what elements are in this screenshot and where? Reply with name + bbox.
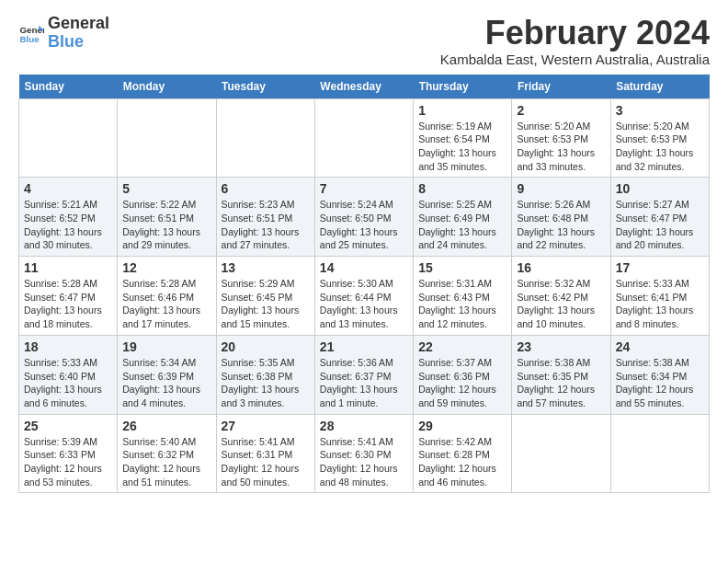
day-number: 17	[616, 260, 704, 275]
day-info: Sunrise: 5:29 AM Sunset: 6:45 PM Dayligh…	[222, 277, 310, 331]
calendar-cell: 22Sunrise: 5:37 AM Sunset: 6:36 PM Dayli…	[414, 335, 512, 414]
calendar-cell: 17Sunrise: 5:33 AM Sunset: 6:41 PM Dayli…	[610, 257, 709, 336]
header-area: General Blue General Blue February 2024 …	[18, 15, 710, 67]
calendar-cell: 9Sunrise: 5:26 AM Sunset: 6:48 PM Daylig…	[512, 178, 610, 257]
calendar-week-row: 25Sunrise: 5:39 AM Sunset: 6:33 PM Dayli…	[19, 414, 710, 493]
day-info: Sunrise: 5:26 AM Sunset: 6:48 PM Dayligh…	[517, 198, 605, 252]
calendar-cell	[314, 98, 413, 178]
logo-icon: General Blue	[18, 20, 44, 46]
subtitle: Kambalda East, Western Australia, Austra…	[440, 52, 710, 67]
weekday-header-wednesday: Wednesday	[314, 75, 413, 99]
day-number: 11	[24, 260, 112, 275]
day-number: 12	[122, 260, 210, 275]
day-number: 7	[320, 181, 408, 196]
day-number: 26	[122, 419, 210, 433]
calendar-week-row: 1Sunrise: 5:19 AM Sunset: 6:54 PM Daylig…	[19, 98, 710, 178]
calendar-cell: 23Sunrise: 5:38 AM Sunset: 6:35 PM Dayli…	[512, 335, 610, 414]
day-number: 1	[418, 103, 506, 118]
day-number: 29	[418, 419, 506, 433]
logo: General Blue General Blue	[18, 15, 109, 52]
day-number: 20	[222, 339, 310, 354]
day-info: Sunrise: 5:21 AM Sunset: 6:52 PM Dayligh…	[24, 198, 112, 252]
day-number: 23	[517, 339, 605, 354]
calendar-cell: 20Sunrise: 5:35 AM Sunset: 6:38 PM Dayli…	[216, 335, 314, 414]
day-info: Sunrise: 5:35 AM Sunset: 6:38 PM Dayligh…	[222, 356, 310, 410]
title-area: February 2024 Kambalda East, Western Aus…	[440, 15, 710, 67]
day-info: Sunrise: 5:37 AM Sunset: 6:36 PM Dayligh…	[418, 356, 506, 410]
calendar-cell: 16Sunrise: 5:32 AM Sunset: 6:42 PM Dayli…	[512, 257, 610, 336]
day-info: Sunrise: 5:25 AM Sunset: 6:49 PM Dayligh…	[418, 198, 506, 252]
weekday-header-sunday: Sunday	[19, 75, 118, 99]
day-info: Sunrise: 5:33 AM Sunset: 6:40 PM Dayligh…	[24, 356, 112, 410]
day-info: Sunrise: 5:19 AM Sunset: 6:54 PM Dayligh…	[418, 120, 506, 174]
calendar-cell: 7Sunrise: 5:24 AM Sunset: 6:50 PM Daylig…	[314, 178, 413, 257]
calendar-cell: 29Sunrise: 5:42 AM Sunset: 6:28 PM Dayli…	[414, 414, 512, 493]
day-number: 24	[616, 339, 704, 354]
calendar-cell: 21Sunrise: 5:36 AM Sunset: 6:37 PM Dayli…	[314, 335, 413, 414]
calendar-cell: 11Sunrise: 5:28 AM Sunset: 6:47 PM Dayli…	[19, 257, 118, 336]
day-info: Sunrise: 5:39 AM Sunset: 6:33 PM Dayligh…	[24, 435, 112, 489]
day-info: Sunrise: 5:24 AM Sunset: 6:50 PM Dayligh…	[320, 198, 408, 252]
day-info: Sunrise: 5:41 AM Sunset: 6:31 PM Dayligh…	[222, 435, 310, 489]
day-info: Sunrise: 5:30 AM Sunset: 6:44 PM Dayligh…	[320, 277, 408, 331]
calendar-cell: 2Sunrise: 5:20 AM Sunset: 6:53 PM Daylig…	[512, 98, 610, 178]
day-info: Sunrise: 5:20 AM Sunset: 6:53 PM Dayligh…	[616, 120, 704, 174]
calendar-cell: 25Sunrise: 5:39 AM Sunset: 6:33 PM Dayli…	[19, 414, 118, 493]
weekday-header-tuesday: Tuesday	[216, 75, 314, 99]
calendar-cell: 1Sunrise: 5:19 AM Sunset: 6:54 PM Daylig…	[414, 98, 512, 178]
day-info: Sunrise: 5:34 AM Sunset: 6:39 PM Dayligh…	[122, 356, 210, 410]
calendar-cell: 4Sunrise: 5:21 AM Sunset: 6:52 PM Daylig…	[19, 178, 118, 257]
day-info: Sunrise: 5:23 AM Sunset: 6:51 PM Dayligh…	[222, 198, 310, 252]
calendar-cell: 24Sunrise: 5:38 AM Sunset: 6:34 PM Dayli…	[610, 335, 709, 414]
calendar-cell: 8Sunrise: 5:25 AM Sunset: 6:49 PM Daylig…	[414, 178, 512, 257]
day-number: 14	[320, 260, 408, 275]
calendar-cell: 26Sunrise: 5:40 AM Sunset: 6:32 PM Dayli…	[118, 414, 216, 493]
calendar-cell: 3Sunrise: 5:20 AM Sunset: 6:53 PM Daylig…	[610, 98, 709, 178]
calendar-cell: 6Sunrise: 5:23 AM Sunset: 6:51 PM Daylig…	[216, 178, 314, 257]
day-info: Sunrise: 5:28 AM Sunset: 6:47 PM Dayligh…	[24, 277, 112, 331]
day-number: 15	[418, 260, 506, 275]
calendar-cell: 5Sunrise: 5:22 AM Sunset: 6:51 PM Daylig…	[118, 178, 216, 257]
day-info: Sunrise: 5:38 AM Sunset: 6:34 PM Dayligh…	[616, 356, 704, 410]
calendar-cell: 18Sunrise: 5:33 AM Sunset: 6:40 PM Dayli…	[19, 335, 118, 414]
calendar-table: SundayMondayTuesdayWednesdayThursdayFrid…	[18, 75, 710, 494]
day-number: 22	[418, 339, 506, 354]
day-number: 25	[24, 419, 112, 433]
calendar-cell: 12Sunrise: 5:28 AM Sunset: 6:46 PM Dayli…	[118, 257, 216, 336]
day-info: Sunrise: 5:20 AM Sunset: 6:53 PM Dayligh…	[517, 120, 605, 174]
calendar-cell	[19, 98, 118, 178]
calendar-cell: 19Sunrise: 5:34 AM Sunset: 6:39 PM Dayli…	[118, 335, 216, 414]
calendar-week-row: 11Sunrise: 5:28 AM Sunset: 6:47 PM Dayli…	[19, 257, 710, 336]
day-info: Sunrise: 5:40 AM Sunset: 6:32 PM Dayligh…	[122, 435, 210, 489]
day-number: 27	[222, 419, 310, 433]
day-number: 8	[418, 181, 506, 196]
day-info: Sunrise: 5:27 AM Sunset: 6:47 PM Dayligh…	[616, 198, 704, 252]
calendar-cell	[512, 414, 610, 493]
day-number: 21	[320, 339, 408, 354]
day-info: Sunrise: 5:41 AM Sunset: 6:30 PM Dayligh…	[320, 435, 408, 489]
day-number: 9	[517, 181, 605, 196]
day-info: Sunrise: 5:38 AM Sunset: 6:35 PM Dayligh…	[517, 356, 605, 410]
svg-text:Blue: Blue	[19, 34, 40, 44]
day-number: 4	[24, 181, 112, 196]
day-number: 19	[122, 339, 210, 354]
main-title: February 2024	[440, 15, 710, 52]
day-info: Sunrise: 5:36 AM Sunset: 6:37 PM Dayligh…	[320, 356, 408, 410]
calendar-cell	[610, 414, 709, 493]
day-number: 5	[122, 181, 210, 196]
calendar-cell	[118, 98, 216, 178]
weekday-header-monday: Monday	[118, 75, 216, 99]
day-info: Sunrise: 5:22 AM Sunset: 6:51 PM Dayligh…	[122, 198, 210, 252]
day-number: 3	[616, 103, 704, 118]
day-info: Sunrise: 5:28 AM Sunset: 6:46 PM Dayligh…	[122, 277, 210, 331]
day-number: 13	[222, 260, 310, 275]
weekday-header-saturday: Saturday	[610, 75, 709, 99]
day-number: 28	[320, 419, 408, 433]
calendar-cell: 10Sunrise: 5:27 AM Sunset: 6:47 PM Dayli…	[610, 178, 709, 257]
logo-text: General Blue	[48, 15, 109, 52]
day-number: 2	[517, 103, 605, 118]
calendar-cell: 28Sunrise: 5:41 AM Sunset: 6:30 PM Dayli…	[314, 414, 413, 493]
day-info: Sunrise: 5:32 AM Sunset: 6:42 PM Dayligh…	[517, 277, 605, 331]
calendar-cell: 14Sunrise: 5:30 AM Sunset: 6:44 PM Dayli…	[314, 257, 413, 336]
day-info: Sunrise: 5:33 AM Sunset: 6:41 PM Dayligh…	[616, 277, 704, 331]
